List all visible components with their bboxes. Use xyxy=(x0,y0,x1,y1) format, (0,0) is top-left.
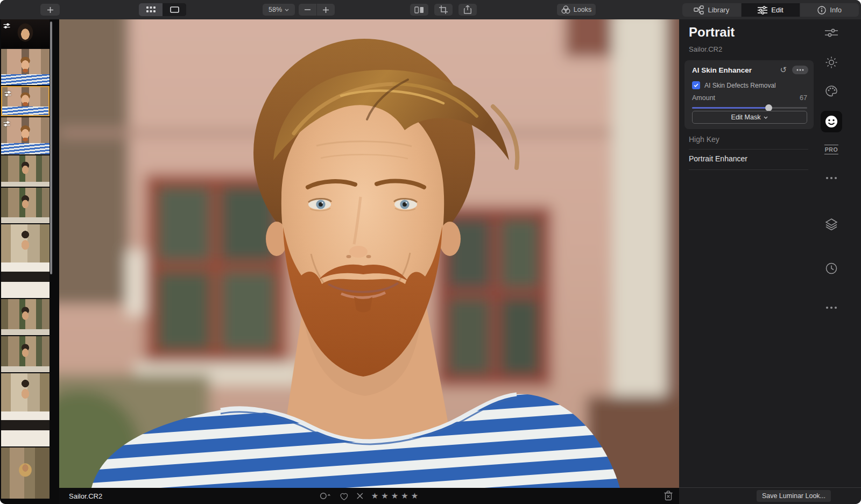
amount-slider-fill xyxy=(692,107,769,109)
looks-icon xyxy=(561,5,570,14)
star-icon[interactable]: ★ xyxy=(381,491,389,501)
thumbnail-woman-bun[interactable] xyxy=(1,299,50,335)
more-dots-icon xyxy=(825,306,837,309)
luminar-window: 58% Looks Library xyxy=(0,0,861,504)
thumbnail-sailor-man[interactable] xyxy=(1,117,50,154)
zoom-stepper xyxy=(299,4,335,16)
pro-label: PRO xyxy=(824,145,838,154)
grid-view-icon xyxy=(146,6,156,13)
trash-icon[interactable] xyxy=(664,491,673,501)
thumbnail-sailor-man[interactable] xyxy=(1,86,50,116)
edited-badge-icon xyxy=(3,119,10,129)
active-filename: Sailor.CR2 xyxy=(69,492,102,500)
filmstrip-scrollbar[interactable] xyxy=(50,22,52,274)
panel-title: Portrait xyxy=(689,25,735,40)
clock-icon xyxy=(825,262,838,275)
panel-bottom-bar: Save Luminar Look... xyxy=(679,487,861,504)
light-tools-button[interactable] xyxy=(825,56,838,69)
reset-icon[interactable]: ↺ xyxy=(780,65,787,75)
thumbnail-woman-bun[interactable] xyxy=(1,336,50,372)
crop-button[interactable] xyxy=(434,4,453,16)
thumbnail-woman-lace-top[interactable] xyxy=(1,373,50,446)
zoom-out-button[interactable] xyxy=(299,4,317,16)
zoom-in-button[interactable] xyxy=(317,4,335,16)
section-high-key[interactable]: High Key xyxy=(689,135,810,144)
tab-label: Edit xyxy=(771,6,783,14)
ai-skin-enhancer-card: AI Skin Enhancer ↺ AI Skin Defects Remov… xyxy=(684,60,814,129)
divider xyxy=(689,149,808,150)
check-icon xyxy=(694,83,698,87)
edit-sliders-icon xyxy=(758,6,767,15)
adjust-sliders-icon xyxy=(825,27,838,38)
thumbnail-woman-lace-top[interactable] xyxy=(1,224,50,298)
looks-button[interactable]: Looks xyxy=(557,4,596,16)
thumbnail-woman-bun[interactable] xyxy=(1,155,50,187)
thumbnail-woman-curly-hair[interactable] xyxy=(1,448,50,499)
smiley-face-icon xyxy=(824,115,838,129)
plus-icon xyxy=(47,6,54,13)
edit-mask-button[interactable]: Edit Mask xyxy=(692,111,807,124)
star-icon[interactable]: ★ xyxy=(391,491,399,501)
tab-library[interactable]: Library xyxy=(682,3,741,17)
pro-tools-button[interactable]: PRO xyxy=(824,145,838,154)
tool-title: AI Skin Enhancer xyxy=(692,66,780,74)
tab-label: Info xyxy=(830,6,842,14)
color-label-icon[interactable] xyxy=(320,492,331,500)
single-view-button[interactable] xyxy=(163,3,186,16)
canvas-bottom-bar: Sailor.CR2 ★★★★★ xyxy=(59,488,679,504)
section-portrait-enhancer[interactable]: Portrait Enhancer xyxy=(689,154,810,163)
single-view-icon xyxy=(170,6,179,13)
tools-rail: PRO xyxy=(810,19,852,482)
top-toolbar: 58% Looks Library xyxy=(0,0,861,19)
thumbnail-woman-dark-portrait[interactable] xyxy=(1,19,50,48)
more-options-button[interactable] xyxy=(825,306,837,309)
info-icon xyxy=(817,6,826,15)
edited-badge-icon xyxy=(4,89,11,98)
view-mode-toggle xyxy=(139,3,186,16)
tab-label: Library xyxy=(708,6,729,14)
amount-value: 67 xyxy=(800,94,807,102)
reject-x-icon[interactable] xyxy=(357,493,363,499)
looks-label: Looks xyxy=(574,6,591,13)
sun-icon xyxy=(825,56,838,69)
star-icon[interactable]: ★ xyxy=(401,491,408,501)
tool-options-button[interactable] xyxy=(792,66,808,74)
layers-button[interactable] xyxy=(825,218,838,230)
thumbnail-woman-bun[interactable] xyxy=(1,188,50,223)
skin-defects-checkbox[interactable] xyxy=(692,81,700,89)
more-dots-icon xyxy=(796,69,804,71)
thumbnail-sailor-man[interactable] xyxy=(1,49,50,85)
star-icon[interactable]: ★ xyxy=(371,491,379,501)
photo-canvas[interactable] xyxy=(59,19,679,488)
history-button[interactable] xyxy=(825,262,838,275)
chevron-down-icon xyxy=(285,9,289,11)
view-tabs: Library Edit Info xyxy=(682,3,859,17)
favorite-heart-icon[interactable] xyxy=(340,492,349,500)
minus-icon xyxy=(305,9,310,10)
gallery-view-button[interactable] xyxy=(139,3,163,16)
filmstrip xyxy=(0,19,59,504)
save-luminar-look-button[interactable]: Save Luminar Look... xyxy=(757,490,831,502)
more-tools-button[interactable] xyxy=(825,176,837,180)
edit-mask-label: Edit Mask xyxy=(731,113,761,121)
chevron-down-icon xyxy=(764,116,768,119)
edit-panel: Portrait Sailor.CR2 AI Skin Enhancer ↺ A… xyxy=(679,19,861,504)
amount-slider[interactable] xyxy=(692,107,807,109)
add-photos-button[interactable] xyxy=(40,4,60,16)
star-rating: ★★★★★ xyxy=(371,491,419,501)
tab-edit[interactable]: Edit xyxy=(742,3,800,17)
tab-info[interactable]: Info xyxy=(800,3,859,17)
zoom-level-dropdown[interactable]: 58% xyxy=(263,4,295,16)
layers-icon xyxy=(825,218,838,230)
panel-filename: Sailor.CR2 xyxy=(689,45,722,53)
share-icon xyxy=(464,5,471,14)
essentials-tools-button[interactable] xyxy=(825,27,838,38)
export-button[interactable] xyxy=(458,4,477,16)
compare-button[interactable] xyxy=(410,4,428,16)
portrait-tools-button[interactable] xyxy=(821,111,842,132)
star-icon[interactable]: ★ xyxy=(411,491,419,501)
zoom-level-value: 58% xyxy=(269,6,282,13)
library-icon xyxy=(694,5,704,15)
creative-tools-button[interactable] xyxy=(825,85,838,97)
palette-icon xyxy=(825,85,838,97)
